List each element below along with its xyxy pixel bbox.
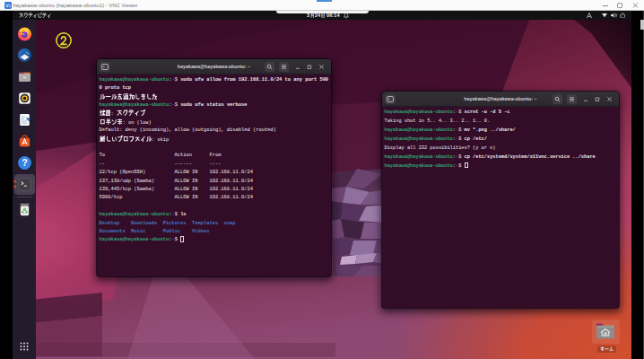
svg-text:?: ?: [22, 158, 27, 168]
